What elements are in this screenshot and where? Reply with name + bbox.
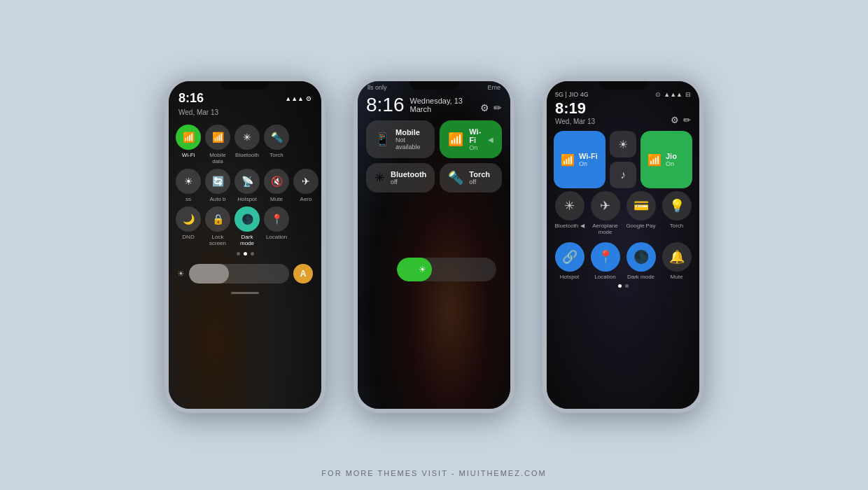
ctrl-dnd[interactable]: 🌙 DND [176, 206, 201, 246]
wifi-tile-info-3: Wi-Fi On [579, 152, 598, 167]
ctrl-wifi[interactable]: 📶 Wi-Fi [176, 125, 201, 164]
time-1: 8:16 [178, 91, 204, 106]
battery-3: ⊟ [685, 91, 691, 98]
ctrl-lock[interactable]: 🔒 Lock screen [205, 206, 230, 246]
wifi-label: Wi-Fi [182, 152, 195, 158]
bt-label-3: Bluetooth ◀ [554, 223, 584, 229]
lock-label: Lock screen [205, 234, 230, 246]
vol-col-3: ☀ ♪ [610, 131, 636, 188]
topbar-2: lls only ▲▲▲ ⊙ Eme [358, 81, 510, 92]
torch-icon-2: 🔦 [448, 170, 463, 186]
ctrl-empty [293, 125, 318, 164]
jio-tile-3[interactable]: 📶 Jio On [640, 131, 692, 188]
hotspot-button-1[interactable]: 📡 [234, 169, 260, 194]
hotspot-item-3[interactable]: 🔗 Hotspot [554, 242, 585, 280]
dnd-button[interactable]: 🌙 [176, 206, 201, 232]
ctrl-bluetooth-1[interactable]: ✳ Bluetooth [234, 125, 260, 164]
lock-button[interactable]: 🔒 [205, 206, 230, 232]
aero-button-1[interactable]: ✈ [293, 169, 318, 194]
auto2-button[interactable]: 🔄 [205, 169, 230, 194]
mobile-data-button[interactable]: 📶 [205, 125, 230, 150]
page-dots-3 [547, 280, 699, 292]
mute-label-3: Mute [671, 274, 683, 280]
pay-label-3: Google Pay [626, 223, 656, 229]
control-grid-1: 📶 Wi-Fi 📶 Mobile data ✳ Bluetooth 🔦 Torc… [169, 122, 321, 249]
torch-label-3: Torch [670, 223, 684, 229]
bt-btn-3[interactable]: ✳ [555, 191, 584, 220]
tile-bt-2[interactable]: ✳ Bluetooth off [366, 163, 435, 192]
ctrl-location-1[interactable]: 📍 Location [264, 206, 289, 246]
settings-icon-2[interactable]: ⚙ [480, 102, 489, 113]
location-button-1[interactable]: 📍 [264, 206, 289, 232]
settings-icon-3[interactable]: ⚙ [671, 115, 679, 125]
plane-item-3[interactable]: ✈ Aeroplane mode [589, 191, 621, 235]
plane-btn-3[interactable]: ✈ [591, 191, 620, 220]
date-2: Wednesday, 13 March [410, 97, 481, 116]
date-1: Wed, Mar 13 [169, 108, 321, 122]
ctrl-mobile-data[interactable]: 📶 Mobile data [205, 125, 230, 164]
ctrl-aero-1[interactable]: ✈ Aero [293, 169, 318, 202]
auto-button[interactable]: ☀ [176, 169, 201, 194]
torch-item-3[interactable]: 💡 Torch [661, 191, 692, 235]
hotspot-btn-3[interactable]: 🔗 [555, 242, 584, 272]
mute-button-1[interactable]: 🔇 [264, 169, 289, 194]
bt-item-3[interactable]: ✳ Bluetooth ◀ [554, 191, 585, 235]
brightness-icon-2: ☀ [419, 265, 426, 274]
icon-grid2-3: 🔗 Hotspot 📍 Location 🌑 Dark mode 🔔 Mute [547, 242, 699, 280]
signal-2: ▲▲▲ [424, 84, 442, 91]
icon-grid-3: ✳ Bluetooth ◀ ✈ Aeroplane mode 💳 Google … [547, 191, 699, 238]
status-icons-3: ⊙ ▲▲▲ ⊟ [655, 91, 691, 98]
location-btn-3[interactable]: 📍 [591, 242, 620, 272]
mute-item-3[interactable]: 🔔 Mute [661, 242, 692, 280]
brightness-slider-1[interactable] [189, 264, 289, 284]
ctrl-hotspot-1[interactable]: 📡 Hotspot [234, 169, 260, 202]
dark-btn-3[interactable]: 🌑 [626, 242, 656, 272]
mobile-icon-2: 📱 [374, 132, 390, 147]
location-item-3[interactable]: 📍 Location [589, 242, 621, 280]
location-label-1: Location [266, 234, 287, 240]
wifi-tile-3[interactable]: 📶 Wi-Fi On [554, 131, 606, 188]
ctrl-dark-1[interactable]: 🌑 Dark mode [234, 206, 260, 246]
mobile-sub-2: Not available [396, 136, 426, 150]
brightness-vol-btn[interactable]: ☀ [610, 131, 636, 158]
torch-btn-3[interactable]: 💡 [662, 191, 692, 220]
wifi-button[interactable]: 📶 [176, 125, 201, 150]
torch-button-1[interactable]: 🔦 [264, 125, 289, 150]
ctrl-torch-1[interactable]: 🔦 Torch [264, 125, 289, 164]
dot-2 [244, 252, 247, 255]
brightness-slider-2[interactable]: ☀ [397, 258, 496, 281]
pay-btn-3[interactable]: 💳 [626, 191, 656, 220]
status-icons-1: ▲▲▲ ⊙ [285, 95, 312, 102]
dark-item-3[interactable]: 🌑 Dark mode [625, 242, 657, 280]
phone-1: 8:16 ▲▲▲ ⊙ Wed, Mar 13 📶 Wi-Fi 📶 Mobile … [164, 77, 326, 413]
music-vol-btn[interactable]: ♪ [610, 162, 636, 188]
wifi-info-2: Wi-Fi On [469, 127, 482, 151]
wifi-tile-name-3: Wi-Fi [579, 152, 598, 160]
mute-btn-3[interactable]: 🔔 [662, 242, 692, 272]
ctrl-mute-1[interactable]: 🔇 Mute [264, 169, 289, 202]
plane-label-3: Aeroplane mode [589, 223, 621, 235]
tile-mobile-2[interactable]: 📱 Mobile Not available [366, 120, 435, 158]
page-dots-1 [169, 249, 321, 258]
time-3: 8:19 [555, 99, 595, 118]
edit-icon-2[interactable]: ✏ [493, 102, 502, 113]
bt-name-2: Bluetooth [391, 170, 426, 178]
wifi-tile-sub-3: On [579, 160, 598, 167]
avatar-1[interactable]: A [293, 264, 313, 284]
pay-item-3[interactable]: 💳 Google Pay [625, 191, 657, 235]
dnd-label: DND [182, 234, 194, 240]
wifi-2: ⊙ [445, 84, 451, 91]
tile-torch-2[interactable]: 🔦 Torch off [440, 163, 502, 192]
time-icons-2: ⚙ ✏ [480, 102, 502, 116]
auto-label: ss [186, 196, 191, 202]
bluetooth-button-1[interactable]: ✳ [234, 125, 260, 150]
edit-icon-3[interactable]: ✏ [683, 115, 691, 125]
time-2: 8:16 [366, 94, 405, 116]
topbar-left-2: lls only [368, 84, 387, 91]
ctrl-auto[interactable]: ☀ ss [176, 169, 201, 202]
bt-icon-2: ✳ [374, 170, 385, 186]
signal-icon-3: ▲▲▲ [664, 91, 682, 98]
dark-button-1[interactable]: 🌑 [234, 206, 260, 232]
ctrl-auto2[interactable]: 🔄 Auto b [205, 169, 230, 202]
tile-wifi-2[interactable]: 📶 Wi-Fi On ◀ [440, 120, 502, 158]
